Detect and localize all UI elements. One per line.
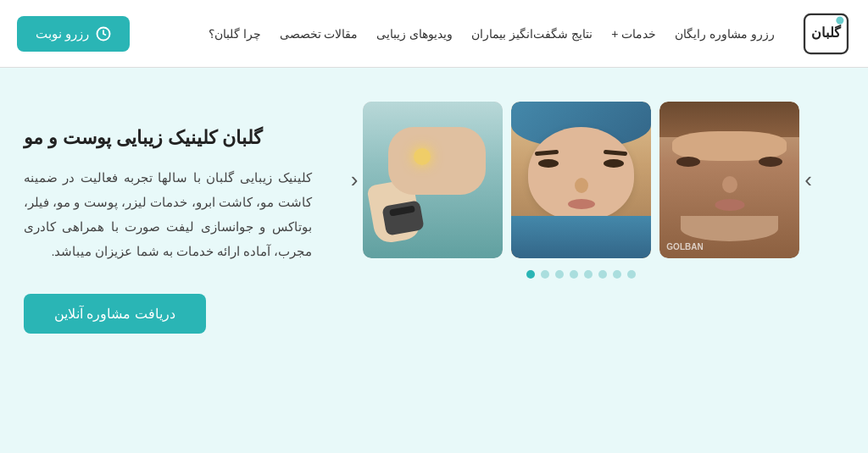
- slider-section: ›: [346, 102, 817, 279]
- logo[interactable]: گلبان: [800, 10, 851, 57]
- slider-arrow-right[interactable]: ‹: [346, 158, 364, 202]
- main-nav: چرا گلبان؟ مقالات تخصصی ویدیوهای زیبایی …: [209, 27, 775, 41]
- slide-1: GOLBAN: [659, 102, 799, 258]
- eye-left-1: [676, 157, 700, 167]
- watermark-1: GOLBAN: [666, 242, 703, 251]
- header: گلبان چرا گلبان؟ مقالات تخصصی ویدیوهای ز…: [0, 0, 868, 68]
- reserve-button[interactable]: رزرو نوبت: [17, 16, 130, 52]
- slide-1-inner: GOLBAN: [659, 102, 799, 258]
- lips-1: [715, 199, 744, 211]
- nav-item-articles[interactable]: مقالات تخصصی: [280, 27, 359, 41]
- slide-2: [511, 102, 651, 258]
- dot-3[interactable]: [598, 270, 607, 279]
- lips-2: [568, 199, 595, 209]
- slider-dots: [526, 270, 636, 279]
- slide-3: [363, 102, 503, 258]
- svg-text:گلبان: گلبان: [811, 24, 842, 40]
- header-left: رزرو نوبت: [17, 16, 130, 52]
- slider-arrow-left[interactable]: ›: [799, 158, 817, 202]
- text-section: گلبان کلینیک زیبایی پوست و مو کلینیک زیب…: [24, 102, 312, 334]
- body-2: [511, 216, 651, 258]
- clock-icon: [96, 26, 111, 41]
- chin-1: [681, 216, 778, 241]
- svg-point-2: [836, 16, 843, 24]
- nav-item-free-consult[interactable]: رزرو مشاوره رایگان: [675, 27, 775, 41]
- slide-3-inner: [363, 102, 503, 258]
- dot-2[interactable]: [613, 270, 621, 279]
- dot-4[interactable]: [584, 270, 593, 279]
- dot-1[interactable]: [627, 270, 636, 279]
- nav-item-services[interactable]: خدمات +: [611, 27, 656, 41]
- skin-area-3: [388, 127, 486, 195]
- clinic-description: کلینیک زیبایی گلبان با سالها تجربه فعالی…: [24, 166, 312, 264]
- eye-right-1: [759, 157, 782, 167]
- nav-item-amazing-results[interactable]: نتایج شگفت‌انگیز بیماران: [471, 27, 593, 41]
- header-right: گلبان چرا گلبان؟ مقالات تخصصی ویدیوهای ز…: [209, 10, 851, 57]
- main-content: ›: [0, 68, 868, 453]
- dot-7[interactable]: [541, 270, 549, 279]
- slider-wrapper: ›: [346, 102, 817, 258]
- slide-2-inner: [511, 102, 651, 258]
- nose-2: [575, 178, 588, 193]
- device-screen-3: [389, 206, 415, 217]
- dot-8[interactable]: [526, 270, 535, 279]
- dot-6[interactable]: [555, 270, 564, 279]
- consult-button[interactable]: دریافت مشاوره آنلاین: [24, 294, 206, 334]
- slider-images: GOLBAN: [363, 102, 799, 258]
- clinic-title: گلبان کلینیک زیبایی پوست و مو: [24, 127, 263, 149]
- nav-item-beauty-videos[interactable]: ویدیوهای زیبایی: [376, 27, 453, 41]
- dot-5[interactable]: [570, 270, 578, 279]
- nav-item-why[interactable]: چرا گلبان؟: [209, 27, 261, 41]
- nose-1: [722, 176, 737, 193]
